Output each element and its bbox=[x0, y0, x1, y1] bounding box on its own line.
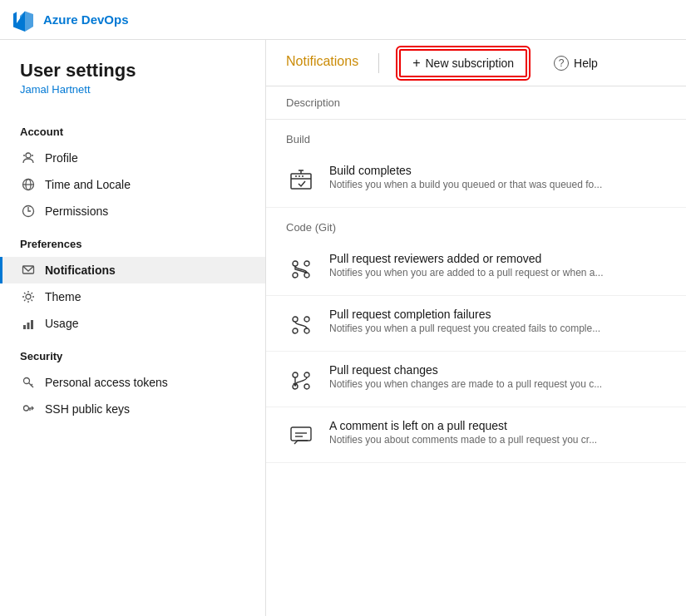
section-label-account: Account bbox=[0, 112, 265, 145]
pr-completion-icon bbox=[286, 309, 316, 339]
column-header: Description bbox=[266, 86, 686, 120]
svg-point-0 bbox=[26, 153, 31, 158]
svg-point-30 bbox=[304, 261, 309, 266]
notifications-icon bbox=[20, 264, 37, 277]
notification-comment-desc: Notifies you about comments made to a pu… bbox=[329, 434, 666, 446]
svg-point-22 bbox=[24, 406, 29, 411]
svg-point-40 bbox=[304, 384, 309, 389]
list-item: Pull request completion failures Notifie… bbox=[266, 296, 686, 352]
notification-build-desc: Notifies you when a build you queued or … bbox=[329, 179, 666, 190]
svg-point-32 bbox=[304, 273, 309, 278]
plus-icon: + bbox=[412, 56, 420, 71]
logo-text: Azure DevOps bbox=[43, 12, 129, 27]
svg-point-8 bbox=[26, 294, 31, 299]
sidebar-item-notifications-label: Notifications bbox=[45, 264, 116, 277]
pat-icon bbox=[20, 376, 37, 389]
notification-pr-reviewers-text: Pull request reviewers added or removed … bbox=[329, 252, 666, 278]
tab-notifications[interactable]: Notifications bbox=[286, 54, 358, 72]
svg-point-31 bbox=[293, 273, 298, 278]
section-group-build: Build bbox=[266, 120, 686, 152]
help-label: Help bbox=[574, 57, 598, 70]
svg-point-37 bbox=[293, 372, 298, 377]
svg-line-15 bbox=[32, 293, 33, 294]
svg-line-16 bbox=[24, 300, 26, 302]
globe-icon bbox=[20, 178, 37, 191]
sidebar-item-theme-label: Theme bbox=[45, 290, 81, 303]
svg-line-14 bbox=[32, 300, 33, 302]
build-icon bbox=[286, 165, 316, 195]
sidebar-item-permissions[interactable]: Permissions bbox=[0, 198, 265, 224]
sidebar-item-profile-label: Profile bbox=[45, 151, 78, 165]
list-item: Pull request changes Notifies you when c… bbox=[266, 352, 686, 407]
notification-pr-changes-title: Pull request changes bbox=[329, 363, 666, 377]
azure-devops-logo[interactable]: Azure DevOps bbox=[13, 8, 129, 32]
notification-comment-text: A comment is left on a pull request Noti… bbox=[329, 419, 666, 446]
content-header: Notifications + New subscription ? Help bbox=[266, 40, 686, 86]
sidebar-item-time-locale-label: Time and Locale bbox=[45, 178, 131, 191]
svg-point-20 bbox=[24, 378, 30, 384]
sidebar-title: User settings bbox=[20, 60, 245, 81]
sidebar-item-notifications[interactable]: Notifications bbox=[0, 257, 265, 283]
main-layout: User settings Jamal Hartnett Account Pro… bbox=[0, 40, 686, 616]
new-subscription-button[interactable]: + New subscription bbox=[399, 49, 527, 77]
sidebar-item-usage-label: Usage bbox=[45, 317, 78, 330]
list-item: Pull request reviewers added or removed … bbox=[266, 240, 686, 296]
pr-reviewers-icon bbox=[286, 254, 316, 283]
notification-build-title: Build completes bbox=[329, 164, 666, 177]
ssh-icon bbox=[20, 402, 37, 416]
svg-rect-41 bbox=[291, 427, 311, 441]
notification-pr-completion-title: Pull request completion failures bbox=[329, 308, 666, 321]
usage-icon bbox=[20, 317, 37, 330]
sidebar-item-personal-access-tokens[interactable]: Personal access tokens bbox=[0, 369, 265, 396]
sidebar: User settings Jamal Hartnett Account Pro… bbox=[0, 40, 266, 616]
svg-point-33 bbox=[293, 317, 298, 322]
list-item: A comment is left on a pull request Noti… bbox=[266, 407, 686, 463]
sidebar-item-pat-label: Personal access tokens bbox=[45, 376, 168, 389]
notification-comment-title: A comment is left on a pull request bbox=[329, 419, 666, 432]
sidebar-item-time-locale[interactable]: Time and Locale bbox=[0, 171, 265, 198]
sidebar-item-profile[interactable]: Profile bbox=[0, 145, 265, 171]
svg-line-21 bbox=[31, 384, 32, 386]
topbar: Azure DevOps bbox=[0, 0, 686, 40]
tab-divider bbox=[378, 53, 379, 73]
logo-icon bbox=[13, 8, 37, 32]
content-body: Description Build bbox=[266, 86, 686, 616]
svg-point-29 bbox=[293, 261, 298, 266]
list-item: Build completes Notifies you when a buil… bbox=[266, 152, 686, 208]
help-circle-icon: ? bbox=[554, 56, 569, 71]
svg-line-13 bbox=[24, 293, 26, 294]
theme-icon bbox=[20, 290, 37, 303]
svg-rect-18 bbox=[27, 323, 30, 329]
sidebar-item-usage[interactable]: Usage bbox=[0, 310, 265, 337]
content-area: Notifications + New subscription ? Help … bbox=[266, 40, 686, 616]
svg-point-36 bbox=[304, 328, 309, 333]
sidebar-header: User settings Jamal Hartnett bbox=[0, 60, 265, 112]
notification-build-text: Build completes Notifies you when a buil… bbox=[329, 164, 666, 190]
notification-pr-completion-desc: Notifies you when a pull request you cre… bbox=[329, 323, 666, 334]
new-subscription-label: New subscription bbox=[426, 57, 515, 70]
svg-point-38 bbox=[304, 372, 309, 377]
notification-pr-reviewers-title: Pull request reviewers added or removed bbox=[329, 252, 666, 265]
permissions-icon bbox=[20, 205, 37, 218]
pr-changes-icon bbox=[286, 365, 316, 395]
svg-point-35 bbox=[293, 328, 298, 333]
notification-pr-completion-text: Pull request completion failures Notifie… bbox=[329, 308, 666, 334]
section-label-preferences: Preferences bbox=[0, 224, 265, 257]
notification-pr-reviewers-desc: Notifies you when you are added to a pul… bbox=[329, 267, 666, 278]
comment-icon bbox=[286, 421, 316, 451]
sidebar-item-permissions-label: Permissions bbox=[45, 205, 108, 218]
person-icon bbox=[20, 151, 37, 165]
sidebar-subtitle: Jamal Hartnett bbox=[20, 83, 245, 96]
section-label-security: Security bbox=[0, 337, 265, 369]
notification-pr-changes-text: Pull request changes Notifies you when c… bbox=[329, 363, 666, 390]
svg-rect-19 bbox=[31, 320, 33, 329]
svg-rect-17 bbox=[23, 325, 26, 329]
help-button[interactable]: ? Help bbox=[554, 56, 598, 71]
sidebar-item-ssh-label: SSH public keys bbox=[45, 402, 130, 416]
sidebar-item-ssh-keys[interactable]: SSH public keys bbox=[0, 396, 265, 422]
section-group-git: Code (Git) bbox=[266, 208, 686, 240]
svg-point-34 bbox=[304, 317, 309, 322]
sidebar-item-theme[interactable]: Theme bbox=[0, 283, 265, 310]
notification-pr-changes-desc: Notifies you when changes are made to a … bbox=[329, 378, 666, 390]
